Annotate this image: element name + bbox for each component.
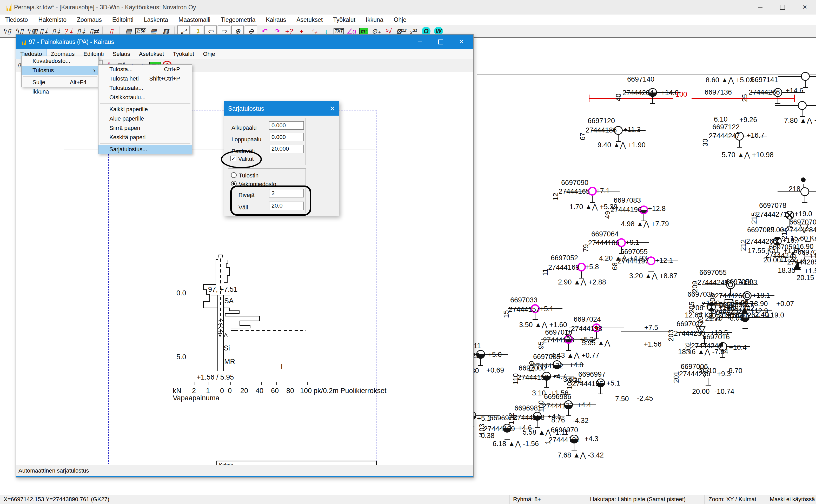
map-label: 27444230 [674,329,705,337]
file-menu-item[interactable]: Sulje ikkunaAlt+F4 [22,78,98,87]
sheet-label: 0 [220,387,224,395]
print-submenu-item[interactable]: Keskitä paperi [98,133,192,142]
map-label: 27444285 [787,258,816,266]
map-label: 6697070 [789,218,816,226]
map-label: 3.10 [532,389,546,397]
map-label: 100 [675,90,687,98]
status-cell: Ryhmä: 8+ [509,495,586,504]
app-logo-icon [4,3,11,11]
menu-item[interactable]: Asetukset [291,15,328,25]
map-label: 6697024 [574,315,601,323]
loppupaalu-field[interactable]: 0.000 [269,133,304,141]
print-submenu-item[interactable]: Kaikki paperille [98,105,192,114]
map-label: 6.18 ▲⋀ -1.56 [493,440,539,448]
menu-item[interactable]: Ikkuna [361,15,389,25]
map-label: 27444284 [786,226,816,234]
map-label: +18.1 [752,291,770,300]
tulostin-radio[interactable] [231,172,237,178]
toolbar-button[interactable]: ↰▯ [1,26,12,36]
print-submenu-item[interactable] [100,143,190,144]
map-label: +1.56 [644,340,661,348]
print-submenu-item[interactable]: Otsikkotaulu... [98,93,192,102]
print-submenu-item[interactable]: Alue paperille [98,114,192,123]
dialog-title: Sarjatulostus [224,102,339,116]
print-submenu-item[interactable]: Sarjatulostus... [98,145,192,154]
map-line [794,95,795,102]
child-menu-item[interactable]: Selaus [108,49,135,59]
map-label: 27444271 [756,210,787,218]
map-label: 6697000 [519,364,546,372]
child-maximize-button[interactable] [430,35,451,49]
valitut-annotation-circle [221,150,262,168]
minimize-button[interactable] [749,0,771,15]
menu-item[interactable]: Ohje [389,15,412,25]
map-label: +9.26 [739,116,757,124]
map-label: 7.80 ▲⋀ +1 [784,116,816,125]
menu-item[interactable]: Hakemisto [33,15,72,25]
page-title: Pernaja.kr.tdw* - [Kairausohje] - 3D-Win… [14,4,196,11]
map-label: +5.0 [488,351,502,359]
menu-item[interactable]: Laskenta [139,15,173,25]
map-label: +5.8 [585,263,599,271]
child-minimize-button[interactable] [409,35,430,49]
map-label: 27444204 [622,89,654,97]
paaluvali-field[interactable]: 20.000 [269,145,304,153]
sheet-label: 40 [256,387,263,395]
sheet-label: 97, +7.51 [208,286,237,294]
sheet-label: SA [224,297,234,305]
map-label: 6696975 [489,414,517,422]
print-submenu-item[interactable] [100,103,190,104]
alkupaalu-field[interactable]: 0.000 [269,121,304,130]
map-label: 205 [688,302,696,313]
file-menu-item[interactable]: Kuvatiedosto... [22,56,98,66]
menu-item[interactable]: Editointi [107,15,139,25]
map-label: 6697122 [712,123,740,131]
close-button[interactable]: ✕ [794,0,816,15]
loppupaalu-label: Loppupaalu [231,136,261,143]
sheet-label: pk/0.2m Puolikierrokset [314,387,387,395]
menu-item[interactable]: Tiedosto [0,15,33,25]
map-line [589,95,589,102]
child-menu-item[interactable]: Työkalut [168,49,198,59]
dialog-close-icon[interactable]: ✕ [329,105,335,113]
menu-item[interactable]: Maastomalli [173,15,216,25]
map-label: +0.69 [486,366,504,374]
maximize-button[interactable] [771,0,794,15]
print-submenu-item[interactable]: Tulosta...Ctrl+P [98,65,192,74]
map-label: 3.50 ▲⋀ +1.60 [519,321,567,329]
print-submenu-item[interactable]: Siirrä paperi [98,123,192,133]
map-label: +5.2 [580,336,594,344]
map-label: 6697055 [699,269,727,277]
map-label: +14.6 [786,87,803,95]
map-label: -0.38 [479,432,495,440]
map-label: 6.10 [714,115,728,123]
map-label: 27444186 [586,126,617,134]
map-label: 3.20 ▲⋀ +8.87 [629,272,677,280]
map-label: 7.68 ▲⋀ -3.42 [558,451,604,459]
sheet-label: 5.0 [176,353,186,361]
file-menu-item[interactable] [23,76,97,77]
status-bar: X=6697142.153 Y=27443890.761 (GK27) Ryhm… [0,495,816,504]
sheet-label: +1.56 / 5.95 [197,373,234,381]
map-label: +16.7 [747,131,764,140]
riveja-vali-annotation-box [230,185,311,216]
file-menu-item[interactable]: Tulostus› [22,66,98,75]
child-close-button[interactable]: ✕ [451,35,472,49]
map-label: 6697035 [687,290,715,299]
map-label: 21.70 [705,314,723,322]
map-label: 27444247 [709,132,740,140]
map-label: +5.1 [606,379,620,387]
child-menu-item[interactable]: Asetukset [135,49,169,59]
menu-item[interactable]: Työkalut [328,15,361,25]
menu-item[interactable]: Tiegeometria [216,15,261,25]
menu-item[interactable]: Kairaus [261,15,291,25]
map-label: 6697055 [620,248,648,256]
child-menu-item[interactable]: Ohje [198,49,219,59]
sheet-label: Vapaapainuma [173,394,220,402]
child-window-accent [16,476,473,477]
map-label: 6696986 [544,393,571,401]
print-submenu-item[interactable]: Tulostusala... [98,83,192,93]
print-submenu-item[interactable]: Tulosta hetiShift+Ctrl+P [98,74,192,83]
menu-item[interactable]: Zoomaus [72,15,107,25]
child-logo-icon [19,38,26,45]
